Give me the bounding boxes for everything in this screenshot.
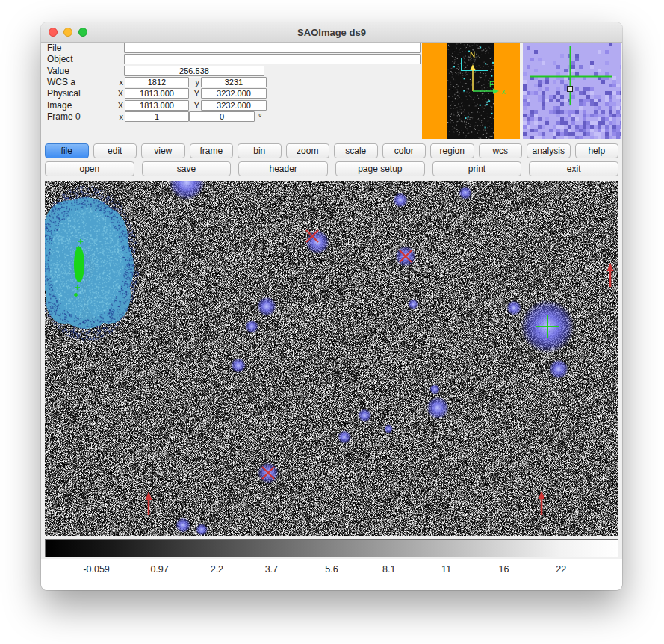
page-setup-button[interactable]: page setup	[335, 161, 425, 176]
magnifier	[523, 43, 621, 139]
traffic-lights	[49, 28, 87, 37]
colorbar-tick: 22	[556, 564, 566, 575]
image-x-field[interactable]	[125, 100, 189, 111]
physical-x-field[interactable]	[125, 88, 189, 99]
file-field[interactable]	[124, 43, 421, 53]
menu-zoom[interactable]: zoom	[286, 143, 330, 158]
value-field[interactable]	[124, 66, 264, 76]
menu-bin[interactable]: bin	[238, 143, 282, 158]
wcs-y-label: y	[189, 78, 199, 87]
menu-region[interactable]: region	[430, 143, 474, 158]
colorbar-tick: 5.6	[325, 564, 338, 575]
colorbar-tick: 11	[441, 564, 451, 575]
menu-view[interactable]: view	[141, 143, 185, 158]
colorbar[interactable]	[45, 539, 618, 557]
physical-x-label: X	[113, 89, 123, 98]
value-row: Value	[47, 65, 421, 76]
menu-analysis[interactable]: analysis	[527, 143, 571, 158]
frame-zoom-label: x	[113, 112, 123, 121]
object-label: Object	[47, 54, 113, 64]
menu-help[interactable]: help	[575, 143, 619, 158]
print-button[interactable]: print	[432, 161, 522, 176]
menu-color[interactable]: color	[382, 143, 426, 158]
info-panel: File Object Value WCS a x y Physical X	[47, 42, 421, 123]
panner[interactable]	[422, 43, 520, 139]
colorbar-tickstrip: -0.0590.972.23.75.68.1111622	[41, 559, 622, 590]
physical-y-label: Y	[189, 89, 199, 98]
frame-label: Frame 0	[47, 111, 113, 122]
colorbar-tick: 2.2	[211, 564, 223, 575]
image-area	[45, 181, 618, 536]
wcs-label: WCS a	[47, 77, 113, 87]
image-x-label: X	[113, 101, 123, 110]
menu-bar: file edit view frame bin zoom scale colo…	[45, 143, 618, 158]
wcs-y-field[interactable]	[201, 77, 267, 87]
image-coord-label: Image	[47, 100, 113, 111]
menu-wcs[interactable]: wcs	[479, 143, 523, 158]
file-action-bar: open save header page setup print exit	[45, 161, 618, 176]
colorbar-tick: 3.7	[265, 564, 278, 575]
image-coord-row: Image X Y	[47, 99, 421, 111]
header-button[interactable]: header	[238, 161, 328, 176]
titlebar[interactable]: SAOImage ds9	[41, 22, 622, 43]
value-label: Value	[47, 66, 113, 76]
frame-row: Frame 0 x °	[47, 111, 421, 123]
close-button[interactable]	[49, 28, 58, 37]
frame-zoom-field[interactable]	[125, 111, 189, 122]
colorbar-tick: 16	[498, 564, 509, 575]
wcs-row: WCS a x y	[47, 77, 421, 88]
colorbar-tick: 8.1	[382, 564, 395, 575]
object-field[interactable]	[124, 54, 421, 64]
object-row: Object	[47, 54, 421, 65]
menu-edit[interactable]: edit	[93, 143, 137, 158]
menu-file[interactable]: file	[45, 143, 89, 158]
image-y-field[interactable]	[201, 100, 267, 111]
image-canvas[interactable]	[45, 181, 618, 536]
image-y-label: Y	[189, 101, 199, 110]
physical-y-field[interactable]	[201, 88, 267, 99]
colorbar-ticks: -0.0590.972.23.75.68.1111622	[45, 559, 618, 590]
minimize-button[interactable]	[63, 28, 72, 37]
fullscreen-button[interactable]	[78, 28, 87, 37]
open-button[interactable]: open	[45, 161, 134, 176]
menu-frame[interactable]: frame	[190, 143, 234, 158]
file-row: File	[47, 42, 421, 53]
window-title: SAOImage ds9	[297, 27, 366, 38]
save-button[interactable]: save	[142, 161, 232, 176]
physical-row: Physical X Y	[47, 88, 421, 99]
exit-button[interactable]: exit	[529, 161, 618, 176]
file-label: File	[47, 43, 113, 53]
physical-label: Physical	[47, 88, 113, 99]
degree-symbol: °	[258, 112, 261, 121]
ds9-window: SAOImage ds9 File Object Value WCS a x y	[41, 22, 622, 590]
menu-scale[interactable]: scale	[334, 143, 378, 158]
colorbar-tick: -0.059	[83, 564, 109, 575]
wcs-x-label: x	[113, 78, 123, 87]
frame-angle-field[interactable]	[189, 111, 255, 122]
wcs-x-field[interactable]	[125, 77, 189, 87]
colorbar-tick: 0.97	[150, 564, 168, 575]
